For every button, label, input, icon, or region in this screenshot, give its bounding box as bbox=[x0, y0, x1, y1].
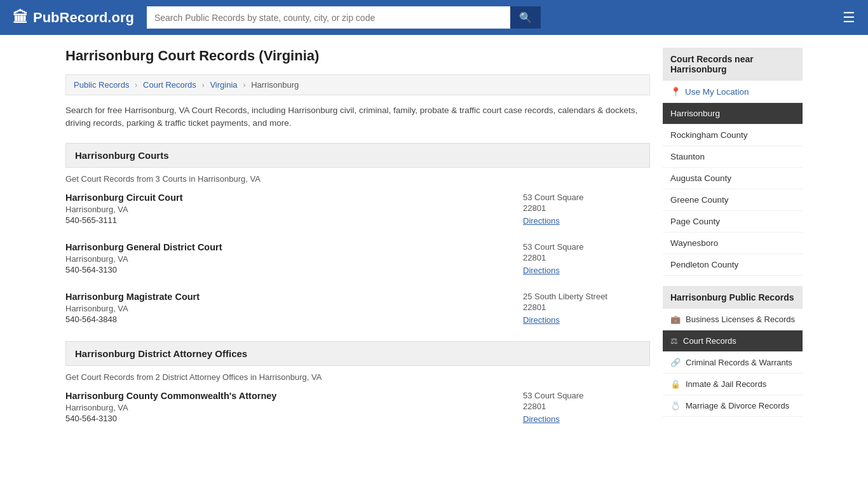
directions-link-1[interactable]: Directions bbox=[523, 266, 560, 275]
da-address-0: 53 Court Square bbox=[523, 391, 650, 400]
court-right-2: 25 South Liberty Street 22801 Directions bbox=[523, 292, 650, 325]
da-right-0: 53 Court Square 22801 Directions bbox=[523, 391, 650, 424]
sidebar-record-marriage-label: Marriage & Divorce Records bbox=[686, 401, 789, 410]
court-right-0: 53 Court Square 22801 Directions bbox=[523, 193, 650, 226]
da-directions-link-0[interactable]: Directions bbox=[523, 414, 560, 424]
court-address-0: 53 Court Square bbox=[523, 193, 650, 202]
breadcrumb-sep-3: › bbox=[243, 80, 245, 90]
ring-icon: 💍 bbox=[670, 401, 681, 410]
sidebar-item-augusta[interactable]: Augusta County bbox=[663, 168, 803, 189]
scales-icon: ⚖ bbox=[670, 336, 678, 346]
court-address-2: 25 South Liberty Street bbox=[523, 292, 650, 301]
court-city-2: Harrisonburg, VA bbox=[65, 304, 523, 313]
sidebar-item-rockingham[interactable]: Rockingham County bbox=[663, 125, 803, 146]
logo-icon: 🏛 bbox=[13, 9, 28, 27]
breadcrumb-virginia[interactable]: Virginia bbox=[210, 80, 237, 90]
sidebar: Court Records near Harrisonburg 📍 Use My… bbox=[663, 48, 803, 440]
court-name-1: Harrisonburg General District Court bbox=[65, 242, 523, 252]
page-title: Harrisonburg Court Records (Virginia) bbox=[65, 48, 650, 64]
sidebar-item-harrisonburg[interactable]: Harrisonburg bbox=[663, 103, 803, 125]
court-zip-2: 22801 bbox=[523, 302, 650, 312]
sidebar-record-marriage[interactable]: 💍 Marriage & Divorce Records bbox=[663, 395, 803, 417]
logo-text: PubRecord.org bbox=[33, 10, 134, 26]
court-city-0: Harrisonburg, VA bbox=[65, 205, 523, 214]
court-entry-0: Harrisonburg Circuit Court Harrisonburg,… bbox=[65, 193, 650, 229]
sidebar-record-inmate-label: Inmate & Jail Records bbox=[686, 379, 766, 389]
courts-section-header: Harrisonburg Courts bbox=[65, 143, 650, 168]
briefcase-icon: 💼 bbox=[670, 315, 681, 324]
court-left-1: Harrisonburg General District Court Harr… bbox=[65, 242, 523, 275]
court-zip-1: 22801 bbox=[523, 253, 650, 262]
menu-button[interactable]: ☰ bbox=[843, 10, 855, 26]
sidebar-item-waynesboro[interactable]: Waynesboro bbox=[663, 233, 803, 254]
sidebar-public-records-title: Harrisonburg Public Records bbox=[663, 286, 803, 309]
search-button[interactable]: 🔍 bbox=[510, 6, 541, 29]
da-zip-0: 22801 bbox=[523, 402, 650, 411]
search-area: 🔍 bbox=[147, 6, 541, 29]
search-icon: 🔍 bbox=[519, 12, 532, 23]
da-section-desc: Get Court Records from 2 District Attorn… bbox=[65, 372, 650, 382]
sidebar-item-greene[interactable]: Greene County bbox=[663, 189, 803, 211]
breadcrumb-sep-2: › bbox=[201, 80, 204, 90]
use-location-label: Use My Location bbox=[685, 87, 749, 97]
sidebar-item-pendleton[interactable]: Pendleton County bbox=[663, 254, 803, 276]
breadcrumb: Public Records › Court Records › Virgini… bbox=[65, 74, 650, 95]
da-city-0: Harrisonburg, VA bbox=[65, 403, 523, 412]
da-name-0: Harrisonburg County Commonwealth's Attor… bbox=[65, 391, 523, 401]
directions-link-2[interactable]: Directions bbox=[523, 315, 560, 325]
sidebar-record-court[interactable]: ⚖ Court Records bbox=[663, 330, 803, 352]
court-name-2: Harrisonburg Magistrate Court bbox=[65, 292, 523, 302]
sidebar-item-staunton[interactable]: Staunton bbox=[663, 146, 803, 168]
sidebar-record-business-label: Business Licenses & Records bbox=[686, 315, 795, 324]
da-section-header: Harrisonburg District Attorney Offices bbox=[65, 341, 650, 366]
court-city-1: Harrisonburg, VA bbox=[65, 254, 523, 264]
court-phone-0: 540-565-3111 bbox=[65, 215, 523, 225]
sidebar-nearby-title: Court Records near Harrisonburg bbox=[663, 48, 803, 81]
hamburger-icon: ☰ bbox=[843, 10, 855, 25]
breadcrumb-sep-1: › bbox=[135, 80, 137, 90]
court-entry-2: Harrisonburg Magistrate Court Harrisonbu… bbox=[65, 292, 650, 329]
directions-link-0[interactable]: Directions bbox=[523, 216, 560, 226]
main-container: Harrisonburg Court Records (Virginia) Pu… bbox=[53, 35, 815, 453]
sidebar-record-business[interactable]: 💼 Business Licenses & Records bbox=[663, 309, 803, 330]
da-entry-0: Harrisonburg County Commonwealth's Attor… bbox=[65, 391, 650, 428]
breadcrumb-harrisonburg: Harrisonburg bbox=[251, 80, 299, 90]
breadcrumb-court-records[interactable]: Court Records bbox=[143, 80, 196, 90]
court-left-0: Harrisonburg Circuit Court Harrisonburg,… bbox=[65, 193, 523, 226]
sidebar-record-inmate[interactable]: 🔒 Inmate & Jail Records bbox=[663, 374, 803, 395]
da-left-0: Harrisonburg County Commonwealth's Attor… bbox=[65, 391, 523, 424]
court-address-1: 53 Court Square bbox=[523, 242, 650, 252]
court-right-1: 53 Court Square 22801 Directions bbox=[523, 242, 650, 275]
lock-icon: 🔒 bbox=[670, 379, 681, 389]
court-left-2: Harrisonburg Magistrate Court Harrisonbu… bbox=[65, 292, 523, 325]
court-entry-1: Harrisonburg General District Court Harr… bbox=[65, 242, 650, 279]
court-name-0: Harrisonburg Circuit Court bbox=[65, 193, 523, 203]
logo[interactable]: 🏛 PubRecord.org bbox=[13, 9, 134, 27]
site-header: 🏛 PubRecord.org 🔍 ☰ bbox=[0, 0, 868, 35]
da-phone-0: 540-564-3130 bbox=[65, 414, 523, 423]
sidebar-public-records: Harrisonburg Public Records 💼 Business L… bbox=[663, 286, 803, 417]
court-phone-1: 540-564-3130 bbox=[65, 265, 523, 274]
sidebar-record-criminal[interactable]: 🔗 Criminal Records & Warrants bbox=[663, 352, 803, 374]
court-phone-2: 540-564-3848 bbox=[65, 315, 523, 324]
page-description: Search for free Harrisonburg, VA Court R… bbox=[65, 104, 650, 130]
location-pin-icon: 📍 bbox=[670, 86, 681, 97]
sidebar-record-court-label: Court Records bbox=[683, 336, 736, 346]
court-zip-0: 22801 bbox=[523, 203, 650, 213]
link-icon: 🔗 bbox=[670, 358, 681, 367]
sidebar-record-criminal-label: Criminal Records & Warrants bbox=[686, 358, 792, 367]
sidebar-use-location[interactable]: 📍 Use My Location bbox=[663, 81, 803, 103]
breadcrumb-public-records[interactable]: Public Records bbox=[74, 80, 129, 90]
search-input[interactable] bbox=[147, 6, 510, 29]
sidebar-item-page[interactable]: Page County bbox=[663, 211, 803, 233]
courts-section-desc: Get Court Records from 3 Courts in Harri… bbox=[65, 174, 650, 184]
content-area: Harrisonburg Court Records (Virginia) Pu… bbox=[65, 48, 650, 440]
